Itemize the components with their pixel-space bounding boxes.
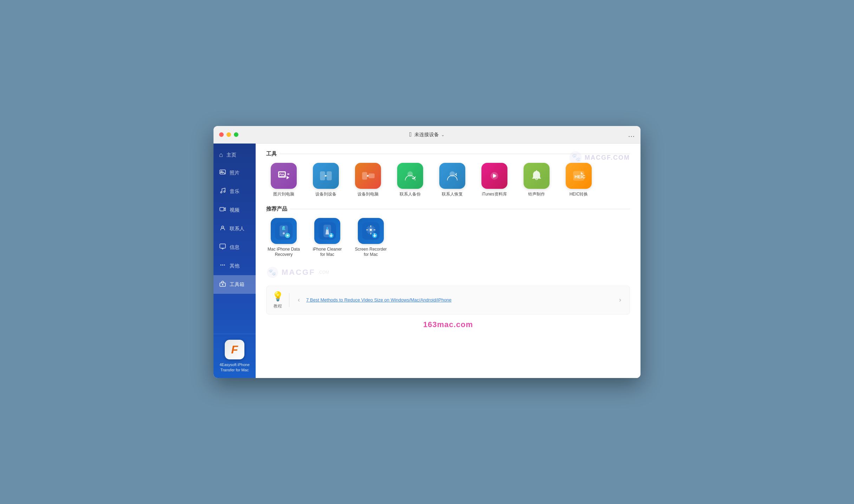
tool-item-photos-to-pc[interactable]: 图片到电脑 bbox=[266, 163, 301, 197]
content-area: 🐾 MACGF.COM 工具 bbox=[256, 144, 640, 378]
svg-rect-6 bbox=[220, 244, 225, 248]
recommended-section-title: 推荐产品 bbox=[266, 206, 630, 212]
video-icon bbox=[219, 206, 226, 214]
chat-icon[interactable]: … bbox=[628, 131, 635, 138]
product-label-screen-recorder: Screen Recorder for Mac bbox=[353, 247, 388, 258]
tool-item-device-to-pc[interactable]: 设备到电脑 bbox=[350, 163, 386, 197]
tool-label-contacts-backup: 联系人备份 bbox=[400, 192, 421, 197]
tool-icon-contacts-restore bbox=[439, 163, 465, 189]
tutorial-next-arrow[interactable]: › bbox=[616, 295, 624, 305]
product-item-screen-recorder[interactable]: Screen Recorder for Mac bbox=[353, 218, 388, 258]
svg-rect-35 bbox=[327, 227, 328, 230]
recommended-divider bbox=[290, 209, 630, 209]
sidebar-item-toolbox[interactable]: 工具箱 bbox=[214, 275, 256, 294]
svg-rect-17 bbox=[320, 172, 325, 180]
svg-rect-18 bbox=[327, 172, 331, 180]
sidebar-label-video: 视频 bbox=[230, 207, 239, 213]
lightbulb-icon: 💡 bbox=[272, 291, 283, 302]
tutorial-link[interactable]: 7 Best Methods to Reduce Video Size on W… bbox=[306, 297, 452, 303]
tool-item-device-to-device[interactable]: 设备到设备 bbox=[308, 163, 343, 197]
tool-label-photos-to-pc: 图片到电脑 bbox=[273, 192, 294, 197]
tool-label-heic: HEIC转换 bbox=[570, 192, 588, 197]
svg-text:🐾: 🐾 bbox=[268, 268, 276, 276]
main-layout: ⌂ 主页 照片 音乐 bbox=[214, 144, 640, 378]
app-logo-label: 4Easysoft iPhone Transfer for Mac bbox=[218, 362, 251, 372]
photos-icon bbox=[219, 168, 226, 177]
tool-label-itunes: iTunes资料库 bbox=[482, 192, 507, 197]
tool-label-device-to-device: 设备到设备 bbox=[315, 192, 336, 197]
tools-grid: 图片到电脑 设备到设备 bbox=[266, 163, 630, 197]
sidebar-item-music[interactable]: 音乐 bbox=[214, 182, 256, 201]
svg-point-3 bbox=[224, 191, 225, 192]
sidebar-label-home: 主页 bbox=[226, 152, 236, 158]
svg-rect-20 bbox=[369, 174, 374, 178]
product-icon-screen-recorder bbox=[358, 218, 384, 244]
sidebar-label-contacts: 联系人 bbox=[230, 226, 244, 232]
app-logo: F bbox=[225, 340, 244, 359]
device-label: 未连接设备 bbox=[414, 132, 439, 138]
product-item-data-recovery[interactable]: Mac iPhone Data Recovery bbox=[266, 218, 301, 258]
tutorial-divider bbox=[289, 293, 289, 307]
title-right-area: … bbox=[628, 131, 635, 139]
svg-point-30 bbox=[283, 232, 285, 234]
messages-icon bbox=[219, 243, 226, 252]
watermark-mid: 🐾 MACGF .COM bbox=[266, 266, 630, 279]
tutorial-icon-wrap: 💡 教程 bbox=[272, 291, 283, 309]
tool-item-contacts-backup[interactable]: 联系人备份 bbox=[393, 163, 428, 197]
svg-text:🐾: 🐾 bbox=[571, 153, 581, 162]
svg-rect-19 bbox=[362, 172, 367, 179]
tutorial-prev-arrow[interactable]: ‹ bbox=[295, 295, 303, 305]
tool-label-contacts-restore: 联系人恢复 bbox=[442, 192, 463, 197]
device-selector[interactable]: 未连接设备 ⌄ bbox=[414, 132, 445, 138]
svg-rect-16 bbox=[287, 173, 289, 175]
sidebar: ⌂ 主页 照片 音乐 bbox=[214, 144, 256, 378]
watermark-text-top: MACGF.COM bbox=[585, 154, 630, 161]
minimize-button[interactable] bbox=[226, 132, 231, 137]
tool-icon-ringtone bbox=[524, 163, 550, 189]
tutorial-nav: ‹ 7 Best Methods to Reduce Video Size on… bbox=[295, 295, 624, 305]
sidebar-item-video[interactable]: 视频 bbox=[214, 201, 256, 219]
title-bar:  未连接设备 ⌄ … bbox=[214, 126, 640, 144]
tool-item-contacts-restore[interactable]: 联系人恢复 bbox=[435, 163, 470, 197]
maximize-button[interactable] bbox=[234, 132, 238, 137]
traffic-lights bbox=[219, 132, 238, 137]
sidebar-item-messages[interactable]: 信息 bbox=[214, 238, 256, 257]
tool-label-device-to-pc: 设备到电脑 bbox=[357, 192, 379, 197]
svg-rect-4 bbox=[220, 207, 224, 211]
chevron-down-icon: ⌄ bbox=[441, 132, 445, 137]
sidebar-item-contacts[interactable]: 联系人 bbox=[214, 219, 256, 238]
tool-item-itunes[interactable]: iTunes资料库 bbox=[477, 163, 512, 197]
toolbox-icon bbox=[219, 280, 226, 289]
sidebar-item-others[interactable]: 其他 bbox=[214, 257, 256, 275]
app-window:  未连接设备 ⌄ … ⌂ 主页 照片 bbox=[214, 126, 640, 378]
tool-icon-itunes bbox=[481, 163, 507, 189]
svg-text:HEIC: HEIC bbox=[574, 174, 586, 179]
nav-items: ⌂ 主页 照片 音乐 bbox=[214, 144, 256, 334]
music-icon bbox=[219, 187, 226, 196]
svg-point-8 bbox=[222, 265, 223, 266]
product-icon-data-recovery bbox=[271, 218, 297, 244]
sidebar-item-photos[interactable]: 照片 bbox=[214, 164, 256, 182]
svg-point-5 bbox=[222, 226, 224, 228]
contacts-icon bbox=[219, 224, 226, 233]
tool-item-ringtone[interactable]: 铃声制作 bbox=[519, 163, 554, 197]
recommended-section-label: 推荐产品 bbox=[266, 206, 287, 212]
tool-icon-contacts-backup bbox=[397, 163, 423, 189]
product-icon-cleaner bbox=[314, 218, 340, 244]
product-item-cleaner[interactable]: iPhone Cleaner for Mac bbox=[310, 218, 345, 258]
title-center:  未连接设备 ⌄ bbox=[409, 131, 445, 138]
svg-point-40 bbox=[370, 229, 372, 231]
close-button[interactable] bbox=[219, 132, 224, 137]
recommended-grid: Mac iPhone Data Recovery bbox=[266, 218, 630, 258]
others-icon bbox=[219, 261, 226, 270]
tool-item-heic[interactable]: HEIC HEIC转换 bbox=[561, 163, 596, 197]
product-label-data-recovery: Mac iPhone Data Recovery bbox=[266, 247, 301, 258]
sidebar-item-home[interactable]: ⌂ 主页 bbox=[214, 146, 256, 164]
product-label-cleaner: iPhone Cleaner for Mac bbox=[310, 247, 345, 258]
svg-point-7 bbox=[221, 265, 222, 266]
tools-section-label: 工具 bbox=[266, 151, 277, 157]
watermark-top: 🐾 MACGF.COM bbox=[569, 151, 630, 165]
sidebar-label-messages: 信息 bbox=[230, 244, 239, 251]
tool-label-ringtone: 铃声制作 bbox=[528, 192, 545, 197]
home-icon: ⌂ bbox=[219, 151, 223, 159]
